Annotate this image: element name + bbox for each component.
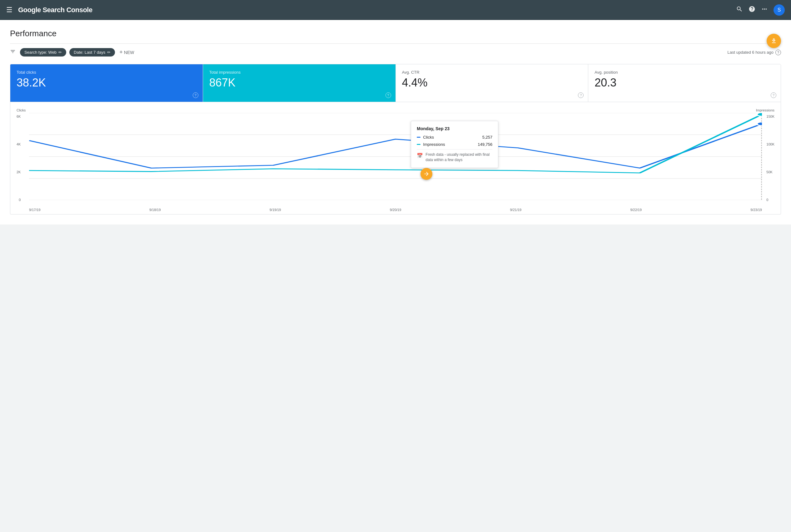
metric-value-impressions: 867K bbox=[209, 77, 389, 88]
y-tick-right-2: 50K bbox=[766, 170, 773, 174]
date-edit-icon: ✏ bbox=[107, 50, 111, 55]
navigate-button[interactable] bbox=[421, 168, 433, 180]
metric-help-clicks[interactable]: ? bbox=[193, 92, 198, 98]
metric-help-ctr[interactable]: ? bbox=[578, 92, 584, 98]
metric-label-clicks: Total clicks bbox=[17, 70, 197, 75]
y-tick-right-1: 100K bbox=[766, 142, 774, 146]
header-icons: S bbox=[736, 4, 785, 16]
x-label-6: 9/23/19 bbox=[750, 208, 762, 212]
menu-icon[interactable]: ☰ bbox=[6, 6, 13, 14]
help-icon[interactable] bbox=[749, 6, 755, 14]
metric-label-impressions: Total impressions bbox=[209, 70, 389, 75]
y-tick-right-3: 0 bbox=[766, 198, 768, 202]
tooltip-label-clicks: Clicks bbox=[423, 135, 482, 139]
metric-label-ctr: Avg. CTR bbox=[402, 70, 582, 75]
x-label-2: 9/19/19 bbox=[270, 208, 281, 212]
y-tick-left-1: 4K bbox=[17, 142, 21, 146]
header-logo: Google Search Console bbox=[18, 6, 92, 14]
chart-svg bbox=[29, 113, 762, 200]
y-tick-left-2: 2K bbox=[17, 170, 21, 174]
y-tick-left-3: 0 bbox=[19, 198, 21, 202]
metric-value-position: 20.3 bbox=[594, 77, 774, 88]
metric-card-clicks[interactable]: Total clicks 38.2K ? bbox=[10, 64, 203, 102]
apps-icon[interactable] bbox=[761, 6, 768, 14]
metric-value-ctr: 4.4% bbox=[402, 77, 582, 88]
metric-cards: Total clicks 38.2K ? Total impressions 8… bbox=[10, 64, 781, 102]
search-type-filter[interactable]: Search type: Web ✏ bbox=[20, 48, 66, 57]
filter-bar: Search type: Web ✏ Date: Last 7 days ✏ +… bbox=[10, 44, 781, 61]
tooltip-dot-impressions bbox=[417, 144, 421, 145]
metric-label-position: Avg. position bbox=[594, 70, 774, 75]
metric-value-clicks: 38.2K bbox=[17, 77, 197, 88]
tooltip-value-impressions: 149,756 bbox=[478, 142, 492, 147]
tooltip-divider bbox=[417, 149, 492, 150]
tooltip-info: 📅 Fresh data - usually replaced with fin… bbox=[417, 152, 492, 163]
x-label-1: 9/18/19 bbox=[149, 208, 161, 212]
x-label-4: 9/21/19 bbox=[510, 208, 522, 212]
date-filter[interactable]: Date: Last 7 days ✏ bbox=[69, 48, 115, 57]
calendar-icon: 📅 bbox=[417, 152, 423, 159]
metric-help-impressions[interactable]: ? bbox=[386, 92, 391, 98]
filter-icon[interactable] bbox=[10, 49, 16, 56]
tooltip-row-clicks: Clicks 5,257 bbox=[417, 135, 492, 139]
y-ticks-right: 150K 100K 50K 0 bbox=[766, 115, 774, 202]
tooltip-title: Monday, Sep 23 bbox=[417, 126, 492, 131]
x-axis-labels: 9/17/19 9/18/19 9/19/19 9/20/19 9/21/19 … bbox=[29, 208, 762, 212]
x-label-3: 9/20/19 bbox=[390, 208, 401, 212]
y-label-left: Clicks bbox=[17, 108, 25, 112]
metric-help-position[interactable]: ? bbox=[771, 92, 776, 98]
main-content: Performance Search type: Web ✏ Date: Las… bbox=[0, 20, 791, 225]
x-label-5: 9/22/19 bbox=[630, 208, 642, 212]
tooltip-dot-clicks bbox=[417, 137, 421, 138]
metric-card-impressions[interactable]: Total impressions 867K ? bbox=[203, 64, 396, 102]
y-label-right: Impressions bbox=[756, 108, 774, 112]
svg-point-6 bbox=[757, 122, 762, 126]
logo-text: Google Search Console bbox=[18, 6, 92, 14]
search-type-edit-icon: ✏ bbox=[58, 50, 62, 55]
chart-container: Clicks Impressions 6K 4K 2K 0 150K 100K … bbox=[10, 102, 781, 214]
last-updated: Last updated 6 hours ago ? bbox=[728, 50, 781, 55]
metric-card-ctr[interactable]: Avg. CTR 4.4% ? bbox=[396, 64, 589, 102]
y-tick-right-0: 150K bbox=[766, 115, 774, 118]
y-tick-left-0: 6K bbox=[17, 115, 21, 118]
new-filter-button[interactable]: + NEW bbox=[119, 49, 134, 56]
metric-card-position[interactable]: Avg. position 20.3 ? bbox=[588, 64, 781, 102]
chart-tooltip: Monday, Sep 23 Clicks 5,257 Impressions … bbox=[411, 121, 498, 168]
page-title: Performance bbox=[10, 20, 781, 44]
x-label-0: 9/17/19 bbox=[29, 208, 41, 212]
y-ticks-left: 6K 4K 2K 0 bbox=[17, 115, 21, 202]
tooltip-value-clicks: 5,257 bbox=[482, 135, 493, 139]
tooltip-row-impressions: Impressions 149,756 bbox=[417, 142, 492, 147]
header: ☰ Google Search Console S bbox=[0, 0, 791, 20]
user-avatar[interactable]: S bbox=[773, 4, 785, 16]
svg-point-7 bbox=[757, 113, 762, 116]
search-icon[interactable] bbox=[736, 6, 743, 14]
tooltip-label-impressions: Impressions bbox=[423, 142, 478, 147]
last-updated-help-icon[interactable]: ? bbox=[775, 50, 781, 55]
download-button[interactable] bbox=[767, 34, 781, 48]
